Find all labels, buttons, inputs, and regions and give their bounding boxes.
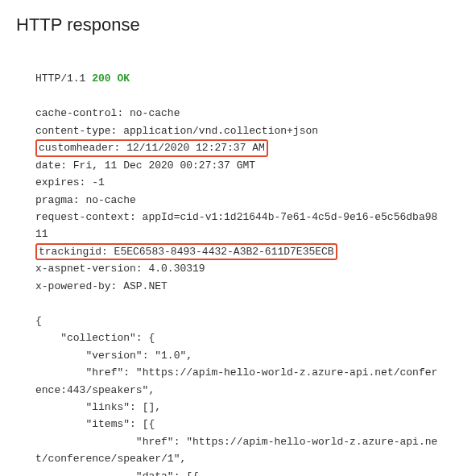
header-pragma: pragma: no-cache	[35, 194, 136, 206]
header-cache-control: cache-control: no-cache	[35, 107, 180, 119]
body-line-6: "items": [{	[35, 418, 155, 430]
http-protocol: HTTP/1.1	[35, 72, 85, 85]
body-line-5: "links": [],	[35, 401, 161, 413]
header-x-aspnet-version: x-aspnet-version: 4.0.30319	[35, 263, 205, 275]
http-response-block: HTTP/1.1 200 OK cache-control: no-cache …	[16, 53, 439, 476]
body-line-3: "version": "1.0",	[35, 350, 192, 362]
body-line-4: "href": "https://apim-hello-world-z.azur…	[35, 366, 437, 395]
body-line-7: "href": "https://apim-hello-world-z.azur…	[35, 436, 437, 465]
header-x-powered-by: x-powered-by: ASP.NET	[35, 280, 168, 292]
header-expires: expires: -1	[35, 176, 105, 188]
header-date: date: Fri, 11 Dec 2020 00:27:37 GMT	[35, 159, 255, 172]
body-line-8: "data": [{	[35, 470, 199, 476]
header-trackingid-highlight: trackingid: E5EC6583-8493-4432-A3B2-611D…	[35, 243, 337, 261]
body-line-2: "collection": {	[35, 332, 155, 344]
page-title: HTTP response	[16, 14, 439, 35]
body-line-1: {	[35, 315, 42, 327]
header-request-context: request-context: appId=cid-v1:1d21644b-7…	[35, 211, 437, 240]
header-content-type: content-type: application/vnd.collection…	[35, 125, 318, 137]
http-status: 200 OK	[92, 72, 130, 85]
header-customheader-highlight: customheader: 12/11/2020 12:27:37 AM	[35, 139, 268, 157]
